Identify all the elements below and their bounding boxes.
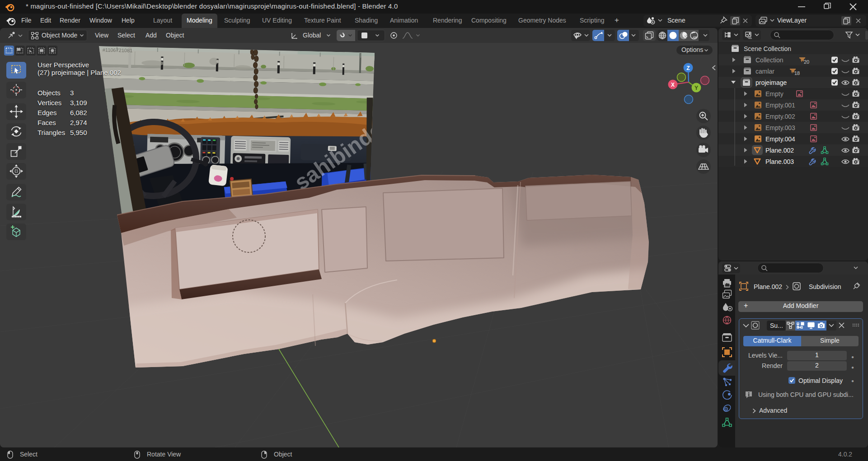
svg-text:Empty: Empty	[765, 90, 784, 98]
svg-text:Z: Z	[686, 65, 690, 71]
svg-text:X: X	[671, 82, 675, 88]
svg-text:Scene Collection: Scene Collection	[744, 45, 791, 52]
svg-text:projeimage: projeimage	[755, 79, 787, 86]
svg-text:Empty.002: Empty.002	[765, 113, 795, 120]
svg-text:Empty.003: Empty.003	[765, 124, 795, 131]
svg-text:Plane.002: Plane.002	[765, 147, 794, 154]
svg-text:Su...: Su...	[770, 322, 783, 329]
svg-text:#1106721081: #1106721081	[103, 47, 133, 53]
svg-text:Plane.003: Plane.003	[765, 158, 794, 165]
svg-text:Collection: Collection	[755, 56, 783, 64]
svg-text:18: 18	[794, 70, 800, 76]
svg-text:Y: Y	[694, 85, 698, 91]
svg-text:Empty.004: Empty.004	[765, 135, 795, 143]
svg-text:Empty.001: Empty.001	[765, 102, 795, 109]
svg-text:20: 20	[804, 59, 809, 65]
svg-text:camlar: camlar	[755, 68, 774, 75]
